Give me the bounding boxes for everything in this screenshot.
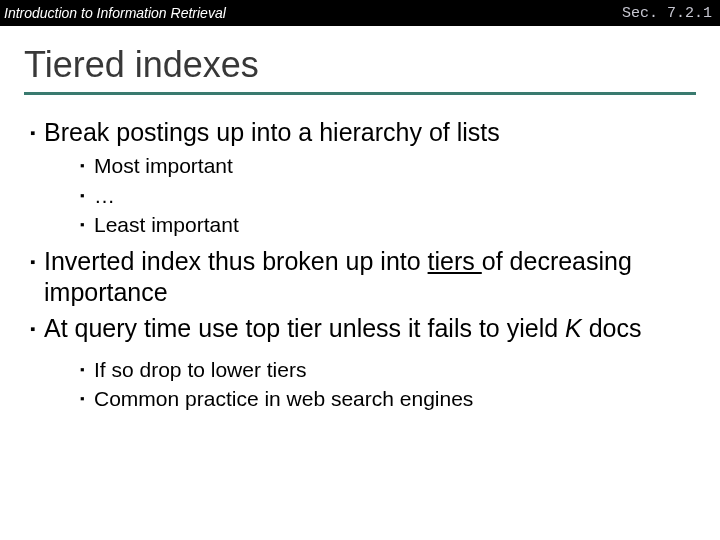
- bullet-l1: ▪ Inverted index thus broken up into tie…: [30, 246, 696, 309]
- slide-body: Tiered indexes ▪ Break postings up into …: [0, 26, 720, 412]
- bullet-text: Break postings up into a hierarchy of li…: [44, 117, 696, 148]
- bullet-text: If so drop to lower tiers: [94, 356, 696, 383]
- square-bullet-icon: ▪: [80, 356, 94, 379]
- square-bullet-icon: ▪: [80, 182, 94, 205]
- slide-title: Tiered indexes: [24, 44, 696, 86]
- bullet-text: Inverted index thus broken up into tiers…: [44, 246, 696, 309]
- section-label: Sec. 7.2.1: [622, 5, 712, 22]
- bullet-text: …: [94, 182, 696, 209]
- bullet-text: Most important: [94, 152, 696, 179]
- bullet-l2: ▪ If so drop to lower tiers: [80, 356, 696, 383]
- square-bullet-icon: ▪: [80, 211, 94, 234]
- square-bullet-icon: ▪: [80, 385, 94, 408]
- square-bullet-icon: ▪: [30, 117, 44, 143]
- bullet-text: Least important: [94, 211, 696, 238]
- bullet-text: Common practice in web search engines: [94, 385, 696, 412]
- square-bullet-icon: ▪: [30, 246, 44, 272]
- bullet-l2: ▪ Most important: [80, 152, 696, 179]
- bullet-l1: ▪ At query time use top tier unless it f…: [30, 313, 696, 344]
- content-area: ▪ Break postings up into a hierarchy of …: [24, 117, 696, 412]
- bullet-l2: ▪ Least important: [80, 211, 696, 238]
- bullet-l2: ▪ …: [80, 182, 696, 209]
- bullet-text: At query time use top tier unless it fai…: [44, 313, 696, 344]
- header-bar: Introduction to Information Retrieval Se…: [0, 0, 720, 26]
- course-title: Introduction to Information Retrieval: [4, 5, 226, 21]
- bullet-l1: ▪ Break postings up into a hierarchy of …: [30, 117, 696, 148]
- bullet-l2: ▪ Common practice in web search engines: [80, 385, 696, 412]
- square-bullet-icon: ▪: [30, 313, 44, 339]
- title-underline: [24, 92, 696, 95]
- square-bullet-icon: ▪: [80, 152, 94, 175]
